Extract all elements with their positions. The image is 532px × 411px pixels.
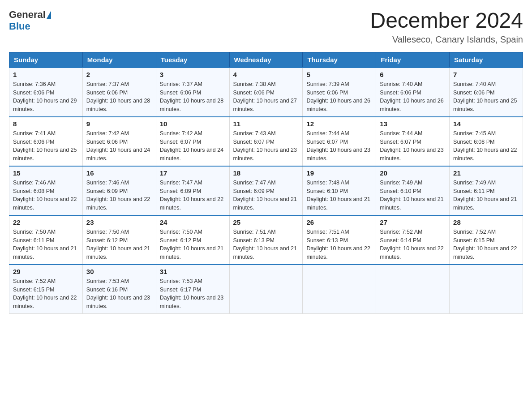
table-row [229,265,303,314]
calendar-week-row: 29 Sunrise: 7:52 AM Sunset: 6:15 PM Dayl… [9,265,523,314]
day-info: Sunrise: 7:53 AM Sunset: 6:16 PM Dayligh… [86,277,152,311]
day-info: Sunrise: 7:50 AM Sunset: 6:11 PM Dayligh… [13,228,79,261]
table-row: 25 Sunrise: 7:51 AM Sunset: 6:13 PM Dayl… [229,215,303,265]
day-info: Sunrise: 7:46 AM Sunset: 6:09 PM Dayligh… [86,179,152,212]
day-number: 3 [160,71,226,78]
day-info: Sunrise: 7:53 AM Sunset: 6:17 PM Dayligh… [160,277,226,311]
table-row: 14 Sunrise: 7:45 AM Sunset: 6:08 PM Dayl… [450,117,523,166]
table-row: 13 Sunrise: 7:44 AM Sunset: 6:07 PM Dayl… [376,117,450,166]
day-number: 6 [380,71,446,78]
day-number: 31 [160,268,226,275]
calendar-week-row: 8 Sunrise: 7:41 AM Sunset: 6:06 PM Dayli… [9,117,523,166]
col-sunday: Sunday [9,52,83,68]
day-number: 26 [306,218,372,226]
day-number: 9 [86,120,152,128]
calendar-week-row: 22 Sunrise: 7:50 AM Sunset: 6:11 PM Dayl… [9,215,523,265]
day-info: Sunrise: 7:40 AM Sunset: 6:06 PM Dayligh… [453,80,519,114]
col-friday: Friday [376,52,450,68]
table-row: 17 Sunrise: 7:47 AM Sunset: 6:09 PM Dayl… [156,166,229,215]
table-row: 16 Sunrise: 7:46 AM Sunset: 6:09 PM Dayl… [82,166,156,215]
table-row [450,265,523,314]
day-number: 30 [86,268,152,275]
day-info: Sunrise: 7:44 AM Sunset: 6:07 PM Dayligh… [306,129,372,163]
day-number: 8 [13,120,79,128]
day-info: Sunrise: 7:52 AM Sunset: 6:15 PM Dayligh… [13,277,79,311]
day-number: 4 [233,71,299,78]
table-row: 27 Sunrise: 7:52 AM Sunset: 6:14 PM Dayl… [376,215,450,265]
logo-triangle-icon [47,11,51,19]
day-number: 24 [160,218,226,226]
table-row: 31 Sunrise: 7:53 AM Sunset: 6:17 PM Dayl… [156,265,229,314]
day-number: 27 [380,218,446,226]
calendar-week-row: 1 Sunrise: 7:36 AM Sunset: 6:06 PM Dayli… [9,68,523,117]
title-block: December 2024 Valleseco, Canary Islands,… [370,9,523,45]
day-info: Sunrise: 7:45 AM Sunset: 6:08 PM Dayligh… [453,129,519,163]
table-row: 15 Sunrise: 7:46 AM Sunset: 6:08 PM Dayl… [9,166,83,215]
table-row: 1 Sunrise: 7:36 AM Sunset: 6:06 PM Dayli… [9,68,83,117]
day-number: 5 [306,71,372,78]
day-info: Sunrise: 7:49 AM Sunset: 6:10 PM Dayligh… [380,179,446,212]
day-info: Sunrise: 7:39 AM Sunset: 6:06 PM Dayligh… [306,80,372,114]
table-row: 24 Sunrise: 7:50 AM Sunset: 6:12 PM Dayl… [156,215,229,265]
table-row: 21 Sunrise: 7:49 AM Sunset: 6:11 PM Dayl… [450,166,523,215]
day-number: 10 [160,120,226,128]
table-row: 9 Sunrise: 7:42 AM Sunset: 6:06 PM Dayli… [82,117,156,166]
day-number: 18 [233,169,299,177]
table-row: 29 Sunrise: 7:52 AM Sunset: 6:15 PM Dayl… [9,265,83,314]
table-row [303,265,376,314]
table-row: 20 Sunrise: 7:49 AM Sunset: 6:10 PM Dayl… [376,166,450,215]
calendar-week-row: 15 Sunrise: 7:46 AM Sunset: 6:08 PM Dayl… [9,166,523,215]
table-row: 26 Sunrise: 7:51 AM Sunset: 6:13 PM Dayl… [303,215,376,265]
day-info: Sunrise: 7:42 AM Sunset: 6:06 PM Dayligh… [86,129,152,163]
logo-general: General [9,9,46,21]
table-row: 11 Sunrise: 7:43 AM Sunset: 6:07 PM Dayl… [229,117,303,166]
day-info: Sunrise: 7:41 AM Sunset: 6:06 PM Dayligh… [13,129,79,163]
day-number: 28 [453,218,519,226]
day-number: 20 [380,169,446,177]
calendar-header-row: Sunday Monday Tuesday Wednesday Thursday… [9,52,523,68]
logo-blue: Blue [9,21,30,32]
day-info: Sunrise: 7:40 AM Sunset: 6:06 PM Dayligh… [380,80,446,114]
day-number: 7 [453,71,519,78]
day-number: 29 [13,268,79,275]
page-header: General Blue December 2024 Valleseco, Ca… [9,9,523,45]
table-row: 6 Sunrise: 7:40 AM Sunset: 6:06 PM Dayli… [376,68,450,117]
table-row: 18 Sunrise: 7:47 AM Sunset: 6:09 PM Dayl… [229,166,303,215]
table-row: 3 Sunrise: 7:37 AM Sunset: 6:06 PM Dayli… [156,68,229,117]
month-title: December 2024 [370,9,523,33]
day-info: Sunrise: 7:38 AM Sunset: 6:06 PM Dayligh… [233,80,299,114]
day-number: 17 [160,169,226,177]
table-row: 22 Sunrise: 7:50 AM Sunset: 6:11 PM Dayl… [9,215,83,265]
day-info: Sunrise: 7:51 AM Sunset: 6:13 PM Dayligh… [233,228,299,261]
day-info: Sunrise: 7:47 AM Sunset: 6:09 PM Dayligh… [160,179,226,212]
day-number: 19 [306,169,372,177]
table-row: 2 Sunrise: 7:37 AM Sunset: 6:06 PM Dayli… [82,68,156,117]
logo: General Blue [9,9,51,32]
table-row: 7 Sunrise: 7:40 AM Sunset: 6:06 PM Dayli… [450,68,523,117]
day-number: 11 [233,120,299,128]
day-info: Sunrise: 7:37 AM Sunset: 6:06 PM Dayligh… [86,80,152,114]
day-number: 21 [453,169,519,177]
day-info: Sunrise: 7:43 AM Sunset: 6:07 PM Dayligh… [233,129,299,163]
day-info: Sunrise: 7:50 AM Sunset: 6:12 PM Dayligh… [160,228,226,261]
col-tuesday: Tuesday [156,52,229,68]
day-number: 12 [306,120,372,128]
day-info: Sunrise: 7:49 AM Sunset: 6:11 PM Dayligh… [453,179,519,212]
calendar-table: Sunday Monday Tuesday Wednesday Thursday… [9,52,523,314]
table-row: 23 Sunrise: 7:50 AM Sunset: 6:12 PM Dayl… [82,215,156,265]
location-subtitle: Valleseco, Canary Islands, Spain [370,34,523,45]
col-saturday: Saturday [450,52,523,68]
table-row: 10 Sunrise: 7:42 AM Sunset: 6:07 PM Dayl… [156,117,229,166]
day-number: 15 [13,169,79,177]
table-row: 30 Sunrise: 7:53 AM Sunset: 6:16 PM Dayl… [82,265,156,314]
day-info: Sunrise: 7:50 AM Sunset: 6:12 PM Dayligh… [86,228,152,261]
table-row: 12 Sunrise: 7:44 AM Sunset: 6:07 PM Dayl… [303,117,376,166]
table-row: 5 Sunrise: 7:39 AM Sunset: 6:06 PM Dayli… [303,68,376,117]
col-monday: Monday [82,52,156,68]
day-number: 1 [13,71,79,78]
day-info: Sunrise: 7:42 AM Sunset: 6:07 PM Dayligh… [160,129,226,163]
day-info: Sunrise: 7:47 AM Sunset: 6:09 PM Dayligh… [233,179,299,212]
day-info: Sunrise: 7:37 AM Sunset: 6:06 PM Dayligh… [160,80,226,114]
day-info: Sunrise: 7:36 AM Sunset: 6:06 PM Dayligh… [13,80,79,114]
day-number: 2 [86,71,152,78]
